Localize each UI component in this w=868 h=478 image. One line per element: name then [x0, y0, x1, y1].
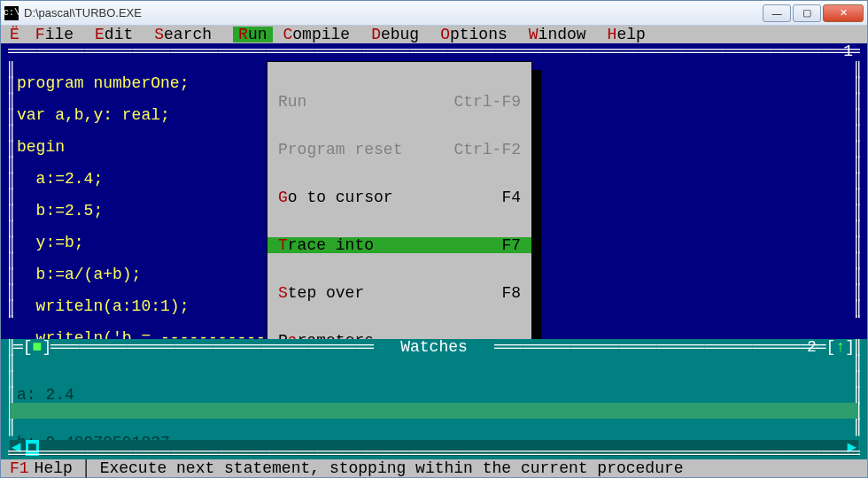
menu-debug[interactable]: Debug	[371, 27, 419, 42]
menu-compile[interactable]: Compile	[283, 27, 351, 42]
close-button[interactable]: ✕	[823, 4, 864, 22]
terminal-area: Ë File Edit Search Run Compile Debug Opt…	[1, 26, 867, 477]
watches-pane[interactable]: ════════════════════════════════════════…	[1, 339, 867, 459]
run-menu-dropdown: RunCtrl-F9 Program resetCtrl-F2 Go to cu…	[267, 61, 532, 382]
titlebar: c:\ D:\pascal\TURBO.EXE — ▢ ✕	[1, 1, 867, 26]
menu-item-program-reset[interactable]: Program resetCtrl-F2	[267, 142, 531, 158]
watches-title: Watches	[1, 339, 867, 355]
app-window: c:\ D:\pascal\TURBO.EXE — ▢ ✕ Ë File Edi…	[0, 0, 868, 478]
editor-border-left: ║║║║║║║║║║║║║║║║║║	[6, 61, 15, 318]
editor-border-top: ════════════════════════════════════════…	[8, 43, 860, 59]
menubar: Ë File Edit Search Run Compile Debug Opt…	[1, 26, 867, 43]
menu-item-step-over[interactable]: Step overF8	[267, 285, 531, 301]
status-key-label: Help	[35, 460, 73, 476]
menu-help[interactable]: Help	[608, 27, 646, 42]
status-bar: F1 Help │ Execute next statement, stoppi…	[1, 459, 867, 477]
menu-edit[interactable]: Edit	[95, 27, 133, 42]
menu-options[interactable]: Options	[440, 27, 508, 42]
minimize-button[interactable]: —	[763, 4, 791, 22]
menu-search[interactable]: Search	[154, 27, 212, 42]
watches-close-icon[interactable]: ═[■]	[13, 339, 51, 355]
editor-border-right: ║║║║║║║║║║║║║║║║║║	[853, 61, 862, 318]
app-icon: c:\	[4, 6, 19, 20]
watch-entry[interactable]: a: 2.4	[17, 387, 170, 403]
menu-window[interactable]: Window	[529, 27, 586, 42]
menu-file[interactable]: File	[35, 27, 74, 42]
status-separator: │	[81, 460, 91, 476]
window-title: D:\pascal\TURBO.EXE	[24, 6, 761, 19]
status-key: F1	[10, 460, 29, 476]
system-menu-icon[interactable]: Ë	[10, 27, 19, 42]
status-hint: Execute next statement, stopping within …	[100, 460, 684, 476]
watches-selected-row[interactable]	[10, 403, 858, 419]
menu-item-run[interactable]: RunCtrl-F9	[267, 94, 531, 110]
maximize-button[interactable]: ▢	[793, 4, 821, 22]
menu-run[interactable]: Run	[233, 27, 272, 42]
editor-window-number: 1	[843, 43, 853, 59]
menu-item-trace-into[interactable]: Trace intoF7	[267, 237, 531, 253]
menu-item-go-to-cursor[interactable]: Go to cursorF4	[267, 189, 531, 205]
watches-window-number: 2═[↑]	[807, 339, 855, 355]
